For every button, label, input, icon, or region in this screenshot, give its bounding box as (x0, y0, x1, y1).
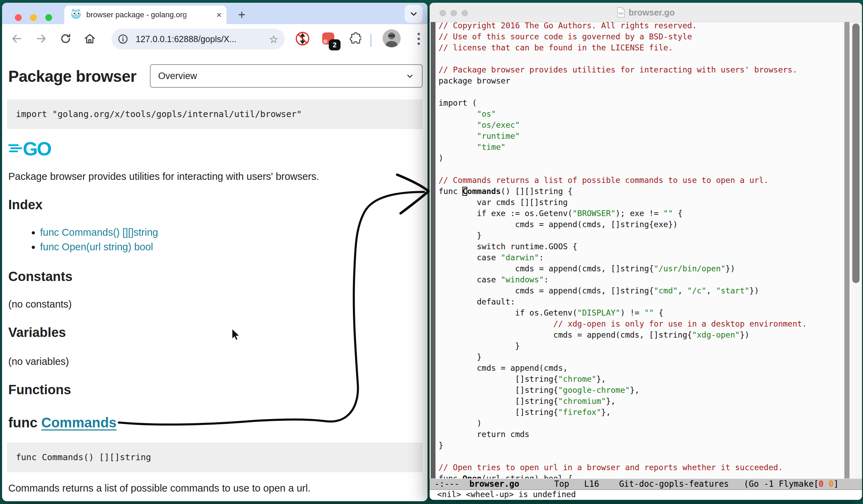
constants-heading: Constants (8, 267, 423, 286)
editor-right-divider (844, 22, 850, 478)
editor-title-bar[interactable]: GO browser.go (430, 3, 862, 22)
chevron-down-icon (409, 9, 418, 18)
func-signature-block: func Commands() [][]string (7, 443, 423, 472)
func-keyword: func (8, 415, 41, 430)
go-gopher-favicon (70, 9, 81, 21)
tab-strip: browser package - golang.org × + (2, 3, 428, 24)
extensions-puzzle-button[interactable] (346, 30, 363, 47)
constants-body: (no constants) (8, 298, 423, 311)
back-button[interactable] (6, 28, 27, 49)
svg-text:GO: GO (23, 138, 51, 158)
func-commands-heading: func Commands (8, 414, 423, 431)
browser-window: browser package - golang.org × + (2, 3, 428, 501)
reload-icon (60, 33, 71, 45)
func-doc: Commands returns a list of possible comm… (8, 482, 423, 494)
desktop: browser package - golang.org × + (0, 0, 863, 504)
document-icon: GO (617, 7, 625, 18)
list-item: func Commands() [][]string (40, 225, 423, 240)
browser-menu-button[interactable] (412, 30, 425, 47)
puzzle-icon (347, 32, 361, 46)
echo-area: <nil> <wheel-up> is undefined (430, 490, 862, 500)
extension-red-icon[interactable]: 2 (320, 30, 336, 47)
tab-title: browser package - golang.org (86, 10, 200, 19)
mode-line: -:--- browser.go Top L16 Git-doc-gopls-f… (430, 478, 862, 490)
close-window-button[interactable] (15, 14, 22, 21)
back-arrow-icon (11, 33, 22, 45)
index-list: func Commands() [][]string func Open(url… (7, 225, 423, 254)
zoom-window-button[interactable] (45, 14, 52, 21)
editor-body: // Copyright 2016 The Go Authors. All ri… (430, 22, 862, 478)
variables-body: (no variables) (8, 355, 423, 368)
functions-heading: Functions (8, 380, 423, 399)
doc-page: Overview Package browser import "golang.… (2, 54, 428, 501)
index-link-open[interactable]: func Open(url string) bool (40, 241, 153, 252)
bookmark-star-icon[interactable]: ☆ (269, 33, 278, 45)
home-icon (84, 32, 96, 45)
browser-tab[interactable]: browser package - golang.org × (64, 6, 227, 24)
tab-close-icon[interactable]: × (217, 10, 222, 19)
profile-avatar[interactable] (383, 29, 401, 47)
forward-button[interactable] (31, 28, 52, 49)
extension-scroll-blocker-icon[interactable] (294, 30, 311, 47)
index-heading: Index (8, 195, 423, 214)
address-bar[interactable]: 127.0.0.1:62888/gopls/X... ☆ (112, 29, 285, 49)
index-link-commands[interactable]: func Commands() [][]string (40, 227, 158, 238)
import-code-block: import "golang.org/x/tools/gopls/interna… (7, 99, 423, 129)
overview-select[interactable]: Overview (150, 64, 423, 88)
minimize-window-button[interactable] (30, 14, 37, 21)
package-intro: Package browser provides utilities for i… (8, 170, 423, 183)
editor-window: GO browser.go // Copyright 2016 The Go A… (430, 3, 862, 500)
url-text[interactable]: 127.0.0.1:62888/gopls/X... (136, 34, 237, 44)
overview-select-value: Overview (158, 71, 197, 81)
go-logo: GO (8, 137, 423, 158)
person-photo-icon (383, 29, 401, 47)
svg-text:GO: GO (619, 12, 623, 15)
browser-toolbar: 127.0.0.1:62888/gopls/X... ☆ 2 (2, 24, 428, 54)
scrollbar-thumb[interactable] (852, 23, 860, 283)
new-tab-button[interactable]: + (234, 7, 249, 22)
list-item: func Open(url string) bool (40, 240, 423, 254)
tab-search-chevron-button[interactable] (405, 5, 423, 23)
extension-badge: 2 (329, 39, 341, 50)
home-button[interactable] (79, 28, 100, 49)
site-info-icon[interactable] (118, 34, 128, 44)
forward-arrow-icon (36, 33, 47, 45)
editor-left-fringe (430, 22, 435, 478)
select-chevron-icon (405, 71, 414, 80)
scrollbar-track[interactable] (851, 22, 861, 478)
commands-link[interactable]: Commands (41, 415, 117, 430)
code-buffer[interactable]: // Copyright 2016 The Go Authors. All ri… (439, 22, 843, 478)
variables-heading: Variables (8, 323, 423, 342)
reload-button[interactable] (55, 28, 76, 49)
editor-window-title: browser.go (629, 8, 674, 18)
code-area[interactable]: // Copyright 2016 The Go Authors. All ri… (435, 22, 843, 478)
toolbar-separator (370, 34, 372, 47)
